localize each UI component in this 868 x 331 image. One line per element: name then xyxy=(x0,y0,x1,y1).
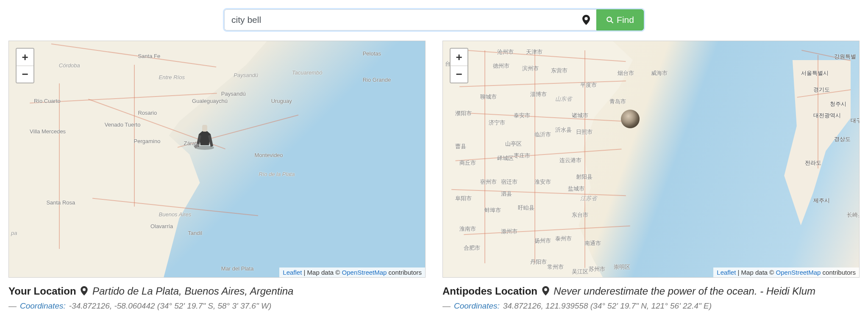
map-city-label: Montevideo xyxy=(254,152,283,158)
map-city-label: 대구 xyxy=(851,117,860,124)
search-input[interactable] xyxy=(224,9,576,30)
map-city-label: Venado Tuerto xyxy=(105,121,141,128)
location-name-left: Partido de La Plata, Buenos Aires, Argen… xyxy=(92,285,294,297)
find-button[interactable]: Find xyxy=(596,9,644,30)
coords-line-left: — Coordinates: -34.872126, -58.060442 (3… xyxy=(8,301,426,311)
leaflet-link[interactable]: Leaflet xyxy=(283,269,302,276)
coordinates-value: -34.872126, -58.060442 (34° 52' 19.7" S,… xyxy=(69,301,271,311)
coordinates-link[interactable]: Coordinates: xyxy=(454,301,500,311)
map-city-label: 平度市 xyxy=(580,81,597,89)
panel-title-right: Antipodes Location Never underestimate t… xyxy=(442,285,860,298)
map-city-label: 沧州市 xyxy=(497,48,514,56)
map-pin-icon xyxy=(542,286,549,298)
coordinates-link[interactable]: Coordinates: xyxy=(20,301,66,311)
map-city-label: 商丘市 xyxy=(459,159,476,167)
map-city-label: 枣庄市 xyxy=(514,152,530,160)
map-right[interactable]: 沧州市天津市德州市滨州市东营市烟台市威海市平度市聊城市淄博市山东省青岛市台濮阳市… xyxy=(442,41,860,278)
geolocate-button[interactable] xyxy=(576,9,596,30)
map-city-label: 沂水县 xyxy=(555,126,572,134)
map-city-label: 济宁市 xyxy=(489,119,505,127)
map-city-label: Río de la Plata xyxy=(259,171,295,177)
panels: Santa FeCórdobaEntre RíosPaysandúPaysand… xyxy=(0,41,868,311)
attr-sep: | Map data © xyxy=(736,269,776,276)
map-city-label: 泰州市 xyxy=(555,235,572,243)
osm-link[interactable]: OpenStreetMap xyxy=(342,269,387,276)
map-city-label: 曹县 xyxy=(455,143,466,150)
zoom-control-left: + − xyxy=(16,48,34,83)
map-city-label: 常州市 xyxy=(547,263,564,271)
map-pin-icon xyxy=(582,15,590,25)
map-city-label: Paysandú xyxy=(234,72,258,78)
map-city-label: 江苏省 xyxy=(580,195,597,202)
map-city-label: 濮阳市 xyxy=(455,110,472,117)
map-city-label: Uruguay xyxy=(271,98,292,104)
map-city-label: Río Cuarto xyxy=(34,98,61,104)
map-city-label: 宿州市 xyxy=(480,178,497,186)
zoom-out-button[interactable]: − xyxy=(17,66,33,83)
map-city-label: 盱眙县 xyxy=(518,204,534,212)
map-city-label: 泗县 xyxy=(501,190,512,198)
map-city-label: 德州市 xyxy=(493,62,509,70)
map-city-label: 경기도 xyxy=(813,86,830,94)
attr-sep: | Map data © xyxy=(302,269,342,276)
map-city-label: 南通市 xyxy=(584,240,601,247)
zoom-in-button[interactable]: + xyxy=(451,49,467,66)
map-city-label: Rio Grande xyxy=(363,77,391,83)
map-left[interactable]: Santa FeCórdobaEntre RíosPaysandúPaysand… xyxy=(8,41,426,278)
map-city-label: 长崎县 xyxy=(847,211,860,219)
map-city-label: Villa Mercedes xyxy=(30,128,66,135)
location-name-right: Never underestimate the power of the oce… xyxy=(554,285,815,297)
map-pin-icon xyxy=(81,286,88,298)
dash: — xyxy=(442,301,451,311)
map-city-label: Buenos Aires xyxy=(159,211,192,218)
panel-your-location: Santa FeCórdobaEntre RíosPaysandúPaysand… xyxy=(8,41,426,311)
search-icon xyxy=(606,16,614,24)
map-city-label: Pergamino xyxy=(134,138,161,144)
map-city-label: 临沂市 xyxy=(534,131,551,138)
map-city-label: 烟台市 xyxy=(618,69,634,77)
map-city-label: Córdoba xyxy=(59,62,80,69)
map-city-label: Olavarría xyxy=(150,223,173,229)
map-attribution-right: Leaflet | Map data © OpenStreetMap contr… xyxy=(713,268,859,277)
map-attribution-left: Leaflet | Map data © OpenStreetMap contr… xyxy=(279,268,425,277)
zoom-control-right: + − xyxy=(450,48,468,83)
osm-link[interactable]: OpenStreetMap xyxy=(776,269,821,276)
map-city-label: 射阳县 xyxy=(576,173,593,181)
coords-line-right: — Coordinates: 34.872126, 121.939558 (34… xyxy=(442,301,860,311)
panel-title-bold: Your Location xyxy=(8,285,76,297)
svg-line-1 xyxy=(611,21,613,23)
map-city-label: Tandil xyxy=(188,230,202,236)
panel-title-bold: Antipodes Location xyxy=(442,285,537,297)
coordinates-value: 34.872126, 121.939558 (34° 52' 19.7" N, … xyxy=(503,301,712,311)
map-city-label: Rosario xyxy=(138,110,157,116)
map-city-label: Gualeguaychú xyxy=(192,98,228,104)
zoom-out-button[interactable]: − xyxy=(451,66,467,83)
map-city-label: Mar del Plata xyxy=(221,265,254,272)
map-city-label: 山亭区 xyxy=(505,140,522,148)
dash: — xyxy=(8,301,17,311)
map-city-label: 淮南市 xyxy=(459,225,476,233)
attr-tail: contributors xyxy=(821,269,856,276)
map-city-label: 전라도 xyxy=(805,159,821,167)
map-city-label: 淄博市 xyxy=(530,91,547,98)
zoom-in-button[interactable]: + xyxy=(17,49,33,66)
map-city-label: 扬州市 xyxy=(534,237,551,245)
map-city-label: 苏州市 xyxy=(589,265,605,273)
map-city-label: 青岛市 xyxy=(609,98,626,105)
map-city-label: 盐城市 xyxy=(568,185,584,193)
map-city-label: 대전광역시 xyxy=(813,112,841,119)
map-city-label: Entre Ríos xyxy=(159,74,185,80)
map-city-label: 日照市 xyxy=(576,128,593,136)
map-city-label: Pelotas xyxy=(363,50,381,57)
leaflet-link[interactable]: Leaflet xyxy=(717,269,736,276)
map-city-label: Tacuarembó xyxy=(292,69,323,76)
map-city-label: 聊城市 xyxy=(480,93,497,101)
map-city-label: 东台市 xyxy=(572,211,588,219)
map-city-label: 경상도 xyxy=(834,135,851,143)
map-city-label: Zárate xyxy=(184,140,200,146)
map-city-label: Santa Rosa xyxy=(46,199,75,206)
map-city-label: 合肥市 xyxy=(464,244,480,252)
map-city-label: 东营市 xyxy=(551,67,568,74)
map-city-label: 丹阳市 xyxy=(530,258,547,266)
map-city-label: 청주시 xyxy=(830,100,846,108)
